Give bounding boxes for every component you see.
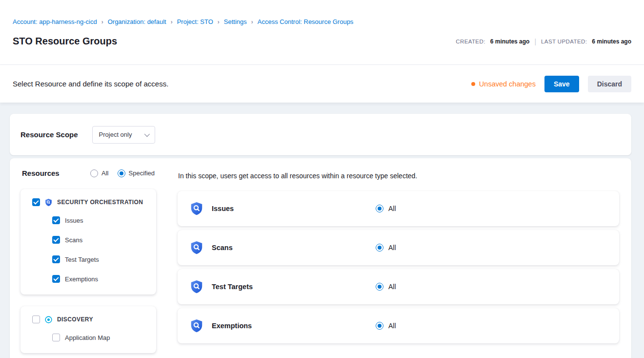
access-radio-all[interactable]: All	[376, 283, 396, 291]
radio-selected-icon	[376, 322, 383, 330]
chevron-right-icon: ›	[218, 19, 220, 25]
item-checkbox[interactable]	[52, 334, 60, 341]
scope-description: In this scope, users get access to all r…	[178, 172, 619, 180]
radio-selected-icon	[376, 283, 383, 291]
group-checkbox[interactable]	[32, 316, 40, 323]
radio-selected-icon	[118, 169, 125, 177]
resource-row-label: Test Targets	[212, 283, 376, 291]
resource-scope-dropdown[interactable]: Project only	[92, 126, 156, 144]
discard-button[interactable]: Discard	[588, 76, 631, 92]
resources-sidebar: Resources All Specified	[10, 158, 166, 358]
item-checkbox[interactable]	[52, 275, 60, 283]
page-title: STO Resource Groups	[13, 36, 117, 47]
action-toolbar: Select Resource and define its scope of …	[0, 65, 644, 103]
resource-row-label: Scans	[212, 244, 376, 252]
radio-all-label: All	[101, 169, 108, 177]
radio-selected-icon	[376, 244, 383, 252]
resource-scope-selected-value: Project only	[99, 131, 132, 138]
item-checkbox[interactable]	[52, 216, 60, 224]
radio-specified-label: Specified	[129, 169, 155, 177]
resource-item-application-map: Application Map	[52, 328, 148, 347]
chevron-down-icon	[144, 131, 150, 136]
resource-row-label: Exemptions	[212, 322, 376, 330]
breadcrumb-link-resource-groups[interactable]: Access Control: Resource Groups	[258, 18, 354, 25]
resource-scope-card: Resource Scope Project only	[10, 114, 631, 155]
resource-item-scans: Scans	[52, 230, 148, 250]
item-label: Issues	[65, 217, 83, 224]
item-label: Scans	[65, 236, 82, 244]
sto-shield-icon	[189, 279, 204, 294]
unsaved-dot-icon	[471, 82, 475, 86]
radio-specified[interactable]: Specified	[118, 169, 155, 177]
resources-mode-radios: All Specified	[90, 169, 155, 177]
radio-selected-icon	[376, 205, 383, 212]
item-label: Exemptions	[65, 275, 98, 283]
breadcrumb: Account: app-harness-ng-cicd › Organizat…	[13, 0, 631, 25]
resource-row-test-targets: Test Targets All	[178, 269, 619, 304]
chevron-right-icon: ›	[251, 19, 253, 25]
resource-scope-label: Resource Scope	[20, 130, 78, 139]
sto-shield-icon	[189, 201, 204, 216]
chevron-right-icon: ›	[101, 19, 103, 25]
created-label: CREATED:	[456, 39, 485, 44]
resource-selection-panel: Resources All Specified	[10, 158, 631, 358]
meta-divider: |	[534, 38, 536, 45]
radio-unselected-icon	[90, 169, 98, 177]
header-meta: CREATED: 6 minutes ago | LAST UPDATED: 6…	[456, 38, 631, 45]
radio-all[interactable]: All	[90, 169, 108, 177]
group-label: DISCOVERY	[57, 316, 93, 323]
resource-group-security-orchestration: SECURITY ORCHESTRATION Issues Scans Test…	[20, 189, 156, 295]
resource-group-discovery: DISCOVERY Application Map	[20, 306, 156, 353]
group-label: SECURITY ORCHESTRATION	[57, 199, 143, 206]
item-checkbox[interactable]	[52, 255, 60, 263]
breadcrumb-link-project[interactable]: Project: STO	[177, 18, 213, 25]
chevron-right-icon: ›	[171, 19, 173, 25]
breadcrumb-link-settings[interactable]: Settings	[224, 18, 247, 25]
access-radio-label: All	[388, 205, 396, 212]
resource-item-issues: Issues	[52, 211, 148, 230]
save-button[interactable]: Save	[544, 76, 579, 92]
unsaved-changes-label: Unsaved changes	[479, 80, 536, 88]
item-checkbox[interactable]	[52, 236, 60, 244]
created-value: 6 minutes ago	[490, 38, 530, 45]
page-header: Account: app-harness-ng-cicd › Organizat…	[0, 0, 644, 65]
resource-item-exemptions: Exemptions	[52, 269, 148, 289]
item-label: Application Map	[65, 334, 110, 341]
breadcrumb-link-account[interactable]: Account: app-harness-ng-cicd	[13, 18, 97, 25]
item-label: Test Targets	[65, 256, 99, 263]
resource-row-label: Issues	[212, 205, 376, 212]
main-content: Resource Scope Project only Resources Al…	[0, 103, 644, 358]
last-updated-value: 6 minutes ago	[592, 38, 631, 45]
access-radio-all[interactable]: All	[376, 322, 396, 330]
sto-shield-icon	[189, 318, 204, 333]
breadcrumb-link-organization[interactable]: Organization: default	[108, 18, 166, 25]
unsaved-changes-badge: Unsaved changes	[471, 80, 536, 88]
toolbar-description: Select Resource and define its scope of …	[13, 80, 168, 88]
sto-shield-icon	[44, 198, 53, 207]
access-radio-all[interactable]: All	[376, 205, 396, 212]
last-updated-label: LAST UPDATED:	[541, 39, 587, 44]
resource-row-issues: Issues All	[178, 191, 619, 226]
resource-access-panel: In this scope, users get access to all r…	[166, 158, 631, 358]
discovery-icon	[44, 316, 53, 324]
access-radio-all[interactable]: All	[376, 244, 396, 252]
sto-shield-icon	[189, 240, 204, 255]
resource-row-exemptions: Exemptions All	[178, 308, 619, 343]
resources-title: Resources	[22, 169, 60, 177]
resource-row-scans: Scans All	[178, 230, 619, 265]
access-radio-label: All	[388, 244, 396, 252]
access-radio-label: All	[388, 322, 396, 330]
access-radio-label: All	[388, 283, 396, 291]
resource-item-test-targets: Test Targets	[52, 250, 148, 269]
group-checkbox[interactable]	[32, 198, 40, 206]
